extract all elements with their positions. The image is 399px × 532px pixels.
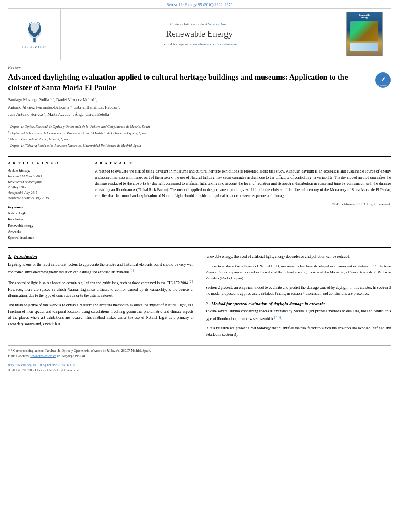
footnote-corresponding: * * Corresponding author. Facultad de Óp… [8,348,391,354]
body-right-column: renewable energy, the need of artificial… [200,254,391,341]
footnote-email-address[interactable]: smayorga@ucm.es [30,354,56,358]
paper-title-section: Advanced daylighting evaluation applied … [8,72,391,92]
keyword-spectral-irradiance: Spectral irradiance [8,235,82,241]
elsevier-wordmark: ELSEVIER [22,45,47,49]
svg-text:✓: ✓ [380,76,386,83]
contents-line: Contents lists available at ScienceDirec… [170,22,228,26]
authors-line-1: Santiago Mayorga Pinilla a, *, Daniel Vá… [8,97,391,103]
received-date: Received 14 March 2014 [8,174,42,178]
affiliations-section: a Depto. de Óptica, Facultad de Óptica y… [8,121,391,148]
article-info-abstract-section: A R T I C L E I N F O Article history: R… [8,156,391,241]
journal-header: ELSEVIER Contents lists available at Sci… [8,8,391,60]
keywords-label: Keywords: [8,205,82,209]
elsevier-logo: ELSEVIER [22,19,47,49]
ref-3-7[interactable]: [3–7] [274,316,281,319]
history-label: Article history: [8,168,82,173]
sciencedirect-link[interactable]: ScienceDirect [208,22,228,26]
cover-title: RenewableEnergy [359,14,370,19]
citation-text: Renewable Energy 85 (2016) 1362–1370 [167,2,233,7]
paper-title: Advanced daylighting evaluation applied … [8,72,371,92]
elsevier-tree-icon [23,19,47,43]
ref-2[interactable]: [2] [189,280,193,283]
section2-para-2: In this research we present a methodolog… [206,325,391,338]
elsevier-logo-section: ELSEVIER [8,9,61,60]
citation-bar: Renewable Energy 85 (2016) 1362–1370 [0,0,399,8]
keyword-renewable-energy: Renewable energy [8,223,82,229]
doi-section: http://dx.doi.org/10.1016/j.renene.2015.… [8,362,391,372]
affiliation-b: b Depto. del Laboratorio de Conservación… [8,130,391,136]
svg-text:CrossMark: CrossMark [378,84,388,86]
abstract-heading: A B S T R A C T [95,161,391,165]
keyword-natural-light: Natural Light [8,210,82,216]
article-info-heading: A R T I C L E I N F O [8,161,82,165]
article-history: Article history: Received 14 March 2014 … [8,168,82,201]
body-content-section: 1. Introduction Lighting is one of the m… [8,248,391,341]
crossmark-badge: ✓ CrossMark [375,72,391,88]
intro-para-2: The control of light is so far based on … [8,279,194,299]
abstract-text: A method to evaluate the risk of using d… [95,168,391,199]
footnote-email: E-mail address: smayorga@ucm.es (S. Mayo… [8,353,391,359]
intro-para-3: The main objective of this work is to ob… [8,302,194,328]
homepage-url[interactable]: www.elsevier.com/locate/renene [190,42,237,46]
keyword-risk-factor: Risk factor [8,216,82,222]
journal-cover-image: RenewableEnergy [346,12,383,56]
journal-homepage: journal homepage: www.elsevier.com/locat… [162,42,237,46]
article-info-column: A R T I C L E I N F O Article history: R… [8,161,88,241]
accepted-date: Accepted 6 July 2015 [8,191,37,195]
journal-title: Renewable Energy [166,29,232,39]
intro-right-para-2: In order to evaluate the influence of Na… [206,263,391,281]
keyword-artworks: Artworks [8,229,82,235]
ref-1[interactable]: [1] [130,269,134,273]
intro-right-para-3: Section 2 presents an empirical model to… [206,285,391,297]
abstract-column: A B S T R A C T A method to evaluate the… [88,161,391,241]
journal-cover-section: RenewableEnergy [338,9,391,60]
journal-title-section: Contents lists available at ScienceDirec… [61,9,338,60]
affiliation-c: c Museo Nacional del Prado, Madrid, Spai… [8,136,391,142]
revised-date: 23 May 2015 [8,185,26,189]
online-date: Available online 21 July 2015 [8,196,49,200]
article-header-section: Review Advanced daylighting evaluation a… [8,60,391,156]
footnote-section: * * Corresponding author. Facultad de Óp… [8,345,391,359]
affiliation-a: a Depto. de Óptica, Facultad de Óptica y… [8,123,391,129]
authors-line-2: Antonio Álvarez Fernández-Balbuena a, Ga… [8,104,391,110]
body-left-column: 1. Introduction Lighting is one of the m… [8,254,200,341]
copyright-line: © 2015 Elsevier Ltd. All rights reserved… [95,202,391,206]
issn-line: 0960-1481/© 2015 Elsevier Ltd. All right… [8,368,391,372]
section2-para-1: To date several studies concerning space… [206,308,391,322]
authors-line-3: Juan Antonio Herráez b, Marta Azcutia c,… [8,111,391,117]
intro-para-1: Lighting is one of the most important fa… [8,262,194,276]
keywords-section: Keywords: Natural Light Risk factor Rene… [8,205,82,241]
affiliation-d: d Depto. de Física Aplicada a los Recurs… [8,142,391,148]
section2-title: 2. Method for spectral evaluation of day… [206,301,391,306]
article-type-label: Review [8,65,391,70]
intro-right-para-1: renewable energy, the need of artificial… [206,254,391,260]
revised-label: Received in revised form [8,180,42,184]
doi-link[interactable]: http://dx.doi.org/10.1016/j.renene.2015.… [8,363,76,367]
introduction-title: 1. Introduction [8,254,194,259]
